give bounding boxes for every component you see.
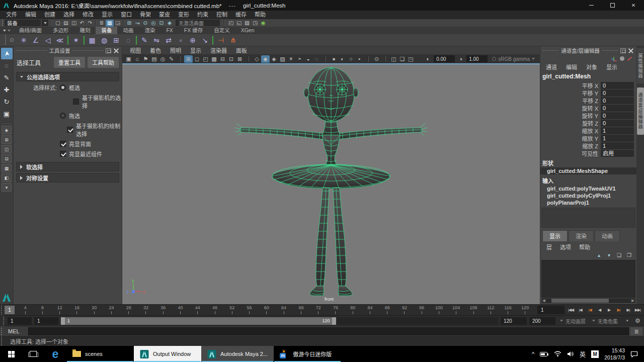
render-current-frame-icon[interactable]: ◱ <box>235 20 243 27</box>
snap-to-point-icon[interactable]: ⊙ <box>141 20 149 27</box>
separator[interactable] <box>364 55 372 63</box>
select-tool-icon[interactable]: ➤ <box>1 48 13 59</box>
shelf-grip[interactable] <box>4 34 7 46</box>
layer-editor-menu-item[interactable]: 选项 <box>556 243 575 251</box>
layer-editor-tab[interactable]: 动画 <box>595 230 620 241</box>
copy-skin-weights-icon[interactable]: ⇄ <box>163 35 175 46</box>
channel-box-menu-item[interactable]: 编辑 <box>562 63 581 71</box>
smooth-skin-weights-icon[interactable]: ▫ <box>175 35 187 46</box>
speed-state-icon[interactable] <box>627 56 632 61</box>
edit-membership-icon[interactable]: ▦ <box>86 35 98 46</box>
separator[interactable] <box>244 55 253 63</box>
select-by-component-icon[interactable]: ◲ <box>114 20 122 27</box>
section-common-selection[interactable]: 公用选择选项 <box>16 72 119 81</box>
float-panel-icon[interactable] <box>106 48 111 53</box>
auto-keyframe-icon[interactable]: ◔ <box>622 317 631 324</box>
taskbar-app-output-window[interactable]: Output Window <box>134 346 201 362</box>
make-live-icon[interactable]: ◈ <box>166 20 174 27</box>
attribute-value-field[interactable]: 启用 <box>601 150 634 157</box>
rotate-tool-icon[interactable]: ↻ <box>1 96 13 108</box>
exposure-icon[interactable]: ◐ <box>424 55 432 63</box>
range-start-handle[interactable] <box>61 317 65 325</box>
pose-interpolator-icon[interactable]: ⋔ <box>227 35 239 46</box>
channel-box-menu-item[interactable]: 显示 <box>603 63 621 71</box>
current-frame-indicator[interactable]: 1 <box>5 306 15 314</box>
2d-pan-zoom-icon[interactable]: ◎ <box>158 55 167 63</box>
attribute-value-field[interactable]: 0 <box>601 97 634 104</box>
render-view-icon[interactable]: ◰ <box>227 20 235 27</box>
shelf-menu-icon[interactable] <box>3 30 6 32</box>
menubar-item[interactable]: 帮助 <box>251 11 270 19</box>
separator[interactable] <box>66 35 70 46</box>
shelf-tab[interactable]: FX 缓存 <box>179 27 208 34</box>
layer-editor-menu-item[interactable]: 层 <box>542 243 556 251</box>
layer-list[interactable] <box>541 260 635 298</box>
layout-more-icon[interactable]: ▾ <box>2 183 12 192</box>
step-forward-frame-icon[interactable]: ▶| <box>614 308 623 312</box>
sidebar-vertical-tab[interactable]: 通道盒/层编辑器 <box>637 87 644 135</box>
play-backwards-icon[interactable]: ◀ <box>595 308 604 312</box>
joint-tool-icon[interactable]: ✳ <box>18 35 30 46</box>
snap-to-projected-center-icon[interactable]: ◎ <box>149 20 157 27</box>
lasso-tool-icon[interactable]: ◌ <box>1 60 13 71</box>
menubar-item[interactable]: 创建 <box>40 11 59 19</box>
select-by-object-icon[interactable]: ▦ <box>106 20 114 27</box>
separator[interactable] <box>94 20 98 27</box>
menubar-item[interactable]: 窗口 <box>117 11 136 19</box>
textured-material-icon[interactable]: ◐ <box>338 55 347 63</box>
render-sequence-icon[interactable]: ◳ <box>251 20 259 27</box>
render-settings-icon[interactable]: ◉ <box>259 20 267 27</box>
separator[interactable] <box>211 35 215 46</box>
step-back-key-icon[interactable]: |◀ <box>576 308 585 312</box>
command-language-label[interactable]: MEL <box>3 328 28 334</box>
gate-mask-icon[interactable]: ▩ <box>210 55 218 63</box>
ipr-render-icon[interactable]: ▨ <box>243 20 251 27</box>
wifi-icon[interactable] <box>554 351 561 357</box>
menubar-item[interactable]: 编辑 <box>21 11 40 19</box>
safe-title-icon[interactable]: ⊠ <box>235 55 244 63</box>
script-editor-icon[interactable]: ≣ <box>630 327 642 335</box>
shelf-tab[interactable]: 曲线/曲面 <box>14 27 47 34</box>
layer-move-up-icon[interactable]: ▴ <box>596 252 602 258</box>
textured-display-icon[interactable]: ▨ <box>278 55 287 63</box>
paint-skin-weights-icon[interactable]: ✎ <box>138 35 150 46</box>
layout-persp-uv-icon[interactable]: ◧ <box>2 173 12 182</box>
separator[interactable] <box>134 35 138 46</box>
move-skinned-joints-icon[interactable]: ↘ <box>199 35 211 46</box>
menubar-item[interactable]: 骨架 <box>136 11 155 19</box>
step-forward-key-icon[interactable]: ▶| <box>623 308 633 312</box>
menubar-item[interactable]: 蒙皮 <box>155 11 174 19</box>
drag-radio[interactable] <box>60 113 66 119</box>
viewport-canvas[interactable]: y x z front <box>122 64 540 304</box>
viewport-menu-item[interactable]: 照明 <box>166 46 186 54</box>
tray-app-badge[interactable]: M <box>591 350 599 358</box>
contrast-icon[interactable]: ◑ <box>456 55 465 63</box>
menubar-item[interactable]: 约束 <box>193 11 212 19</box>
tray-expand-icon[interactable]: ^ <box>532 351 534 357</box>
reset-tool-button[interactable]: 重置工具 <box>54 57 85 68</box>
layer-list-scrollbar[interactable]: ◀ ▶ <box>541 298 635 303</box>
layout-persp-graph-icon[interactable]: ⊟ <box>2 154 12 163</box>
maximize-button[interactable] <box>602 0 623 11</box>
highlight-nearest-checkbox[interactable] <box>60 151 66 157</box>
taskbar-app-scenes[interactable]: scenes <box>66 346 134 362</box>
save-scene-icon[interactable]: ◫ <box>70 20 78 27</box>
layer-move-down-icon[interactable]: ▾ <box>606 252 612 258</box>
shape-node-name[interactable]: girl_cutted:MeshShape <box>540 167 636 174</box>
tool-help-button[interactable]: 工具帮助 <box>88 57 119 68</box>
range-end-handle[interactable] <box>332 317 336 325</box>
attribute-value-field[interactable]: 0 <box>601 89 634 97</box>
menuset-dropdown[interactable]: 装备 <box>5 20 41 26</box>
interactive-bind-icon[interactable]: ⊞ <box>110 35 122 46</box>
input-node-name[interactable]: polyPlanarProj1 <box>540 199 636 206</box>
layout-four-pane-icon[interactable]: ⊞ <box>2 135 12 144</box>
new-layer-from-selected-icon[interactable]: ❐ <box>626 252 632 258</box>
layout-hypershade-icon[interactable]: ▦ <box>2 164 12 172</box>
time-ticks[interactable]: 4 8 12 16 20 24 28 32 <box>17 305 534 315</box>
range-slider-bar[interactable]: 1 120 <box>61 317 336 325</box>
layer-editor-tab[interactable]: 显示 <box>542 230 568 241</box>
range-slider-track[interactable]: 1 120 <box>61 317 498 325</box>
camera-bookmark-icon[interactable]: ⚑ <box>141 55 150 63</box>
paint-select-tool-icon[interactable]: ✎ <box>1 72 13 83</box>
weight-hammer-icon[interactable]: ⊕ <box>187 35 199 46</box>
